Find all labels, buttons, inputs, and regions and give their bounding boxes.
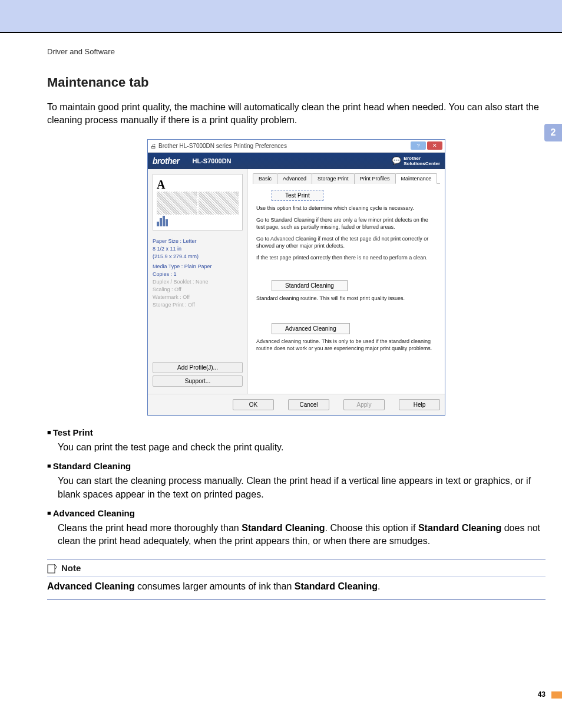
tab-basic[interactable]: Basic	[253, 173, 277, 184]
svg-rect-0	[48, 565, 55, 573]
feature-title: Test Print	[47, 427, 546, 437]
advanced-cleaning-button[interactable]: Advanced Cleaning	[272, 323, 350, 334]
note-label: Note	[61, 563, 81, 573]
dialog-left-panel: A	[148, 169, 248, 394]
page-top-band	[0, 0, 562, 33]
help-button[interactable]: Help	[399, 399, 440, 410]
feature-item: Test PrintYou can print the test page an…	[47, 427, 546, 454]
note-body: Advanced Cleaning consumes larger amount…	[47, 580, 546, 593]
apply-button[interactable]: Apply	[343, 399, 385, 410]
note-box: Note Advanced Cleaning consumes larger a…	[47, 559, 546, 599]
intro-paragraph: To maintain good print quality, the mach…	[47, 101, 546, 127]
pane-text: Standard cleaning routine. This will fix…	[256, 295, 437, 302]
pane-text: Go to Standard Cleaning if there are onl…	[256, 216, 437, 230]
breadcrumb: Driver and Software	[47, 47, 546, 56]
pane-text: Advanced cleaning routine. This is only …	[256, 338, 437, 352]
maintenance-pane: Test Print Use this option first to dete…	[253, 184, 440, 352]
brand-logo: brother	[153, 156, 180, 166]
page-number-accent	[551, 691, 562, 699]
test-print-button[interactable]: Test Print	[272, 190, 323, 201]
pane-text: Go to Advanced Cleaning if most of the t…	[256, 235, 437, 249]
section-title: Maintenance tab	[47, 75, 546, 90]
page-content: Driver and Software Maintenance tab To m…	[0, 38, 562, 599]
tab-advanced[interactable]: Advanced	[277, 173, 312, 184]
chapter-tab: 2	[544, 124, 562, 141]
tab-maintenance[interactable]: Maintenance	[395, 173, 438, 184]
dialog-brand-header: brother HL-S7000DN 💬 Brother SolutionsCe…	[148, 153, 445, 169]
feature-item: Standard CleaningYou can start the clean…	[47, 461, 546, 501]
cancel-button[interactable]: Cancel	[288, 399, 329, 410]
feature-body: You can print the test page and check th…	[58, 441, 546, 454]
dialog-footer: OK Cancel Apply Help	[148, 394, 445, 415]
dialog-titlebar: 🖨 Brother HL-S7000DN series Printing Pre…	[148, 140, 445, 153]
add-profile-button[interactable]: Add Profile(J)...	[153, 362, 243, 373]
dialog-tabs: Basic Advanced Storage Print Print Profi…	[253, 173, 440, 184]
preview-chart-icon	[157, 215, 168, 226]
feature-body: Cleans the print head more thoroughly th…	[58, 522, 546, 548]
feature-title: Standard Cleaning	[47, 461, 546, 471]
tab-storage-print[interactable]: Storage Print	[312, 173, 355, 184]
solutions-center-link[interactable]: Brother SolutionsCenter	[404, 156, 440, 166]
ok-button[interactable]: OK	[233, 399, 274, 410]
pane-text: If the test page printed correctly then …	[256, 254, 437, 261]
dialog-title: Brother HL-S7000DN series Printing Prefe…	[158, 143, 287, 149]
pane-text: Use this option first to determine which…	[256, 205, 437, 212]
tab-print-profiles[interactable]: Print Profiles	[354, 173, 396, 184]
support-button[interactable]: Support...	[153, 375, 243, 387]
model-label: HL-S7000DN	[193, 157, 232, 164]
settings-summary: Paper Size : Letter 8 1/2 x 11 in (215.9…	[153, 238, 243, 309]
printing-preferences-dialog: 🖨 Brother HL-S7000DN series Printing Pre…	[147, 139, 445, 416]
feature-body: You can start the cleaning process manua…	[58, 475, 546, 501]
page-number: 43	[538, 690, 546, 699]
standard-cleaning-button[interactable]: Standard Cleaning	[272, 280, 348, 291]
titlebar-help-button[interactable]: ?	[411, 141, 426, 150]
titlebar-close-button[interactable]: ✕	[427, 141, 442, 150]
feature-title: Advanced Cleaning	[47, 508, 546, 518]
preview-letter-icon: A	[157, 178, 165, 192]
note-icon	[47, 563, 58, 574]
dialog-right-panel: Basic Advanced Storage Print Print Profi…	[248, 169, 445, 394]
feature-item: Advanced CleaningCleans the print head m…	[47, 508, 546, 548]
page-preview: A	[153, 174, 243, 230]
printer-icon: 🖨	[150, 143, 156, 149]
solutions-center-icon[interactable]: 💬	[392, 156, 401, 165]
